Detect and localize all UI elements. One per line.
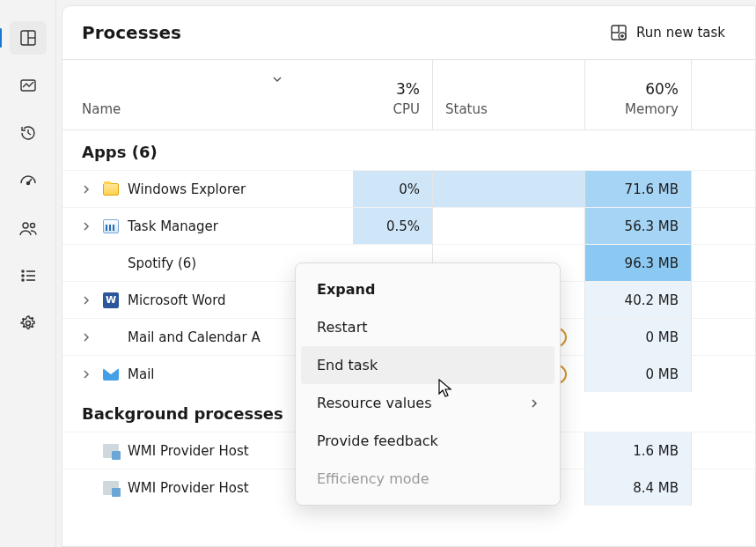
startup-icon — [18, 172, 38, 189]
table-header: Name 3% CPU Status 60% Memory — [62, 60, 755, 130]
svg-point-6 — [23, 223, 28, 228]
process-name: WMI Provider Host — [128, 480, 249, 496]
memory-cell: 71.6 MB — [585, 170, 691, 207]
memory-label: Memory — [625, 101, 679, 117]
run-task-icon — [610, 24, 628, 41]
run-new-task-button[interactable]: Run new task — [599, 18, 736, 47]
column-name-label: Name — [82, 101, 341, 117]
menu-item-efficiency-mode: Efficiency mode — [301, 460, 554, 498]
svg-point-8 — [22, 270, 24, 272]
cpu-cell: 0.5% — [353, 207, 432, 244]
sidebar-item-processes[interactable] — [10, 21, 47, 55]
process-name: WMI Provider Host — [128, 443, 249, 459]
details-icon — [19, 267, 37, 285]
memory-cell: 56.3 MB — [585, 207, 691, 244]
sidebar — [0, 0, 56, 547]
blank-icon — [103, 329, 119, 345]
sidebar-item-startup[interactable] — [10, 164, 47, 197]
process-name: Mail — [128, 366, 154, 382]
column-header-name[interactable]: Name — [62, 60, 353, 129]
folder-icon — [103, 181, 119, 197]
expand-toggle[interactable] — [82, 333, 94, 342]
run-new-task-label: Run new task — [636, 25, 725, 41]
sidebar-item-history[interactable] — [10, 116, 47, 150]
expand-toggle[interactable] — [82, 370, 94, 379]
status-cell — [433, 170, 584, 207]
blank-icon — [103, 255, 119, 271]
cpu-usage-pct: 3% — [396, 80, 420, 98]
memory-cell: 40.2 MB — [585, 281, 691, 318]
svg-point-7 — [30, 224, 34, 228]
mail-icon — [103, 366, 119, 382]
memory-cell: 0 MB — [585, 355, 691, 392]
status-cell — [433, 207, 584, 244]
sidebar-item-users[interactable] — [10, 211, 47, 245]
cpu-cell: 0% — [353, 170, 432, 207]
service-icon — [103, 480, 119, 496]
word-icon: W — [103, 292, 119, 308]
expand-toggle[interactable] — [82, 296, 94, 305]
column-header-status[interactable]: Status — [433, 60, 584, 129]
svg-point-12 — [22, 279, 24, 281]
process-name: Windows Explorer — [128, 181, 246, 197]
process-row[interactable]: Task Manager 0.5% 56.3 MB — [62, 207, 755, 244]
process-name: Task Manager — [128, 218, 218, 234]
column-header-cpu[interactable]: 3% CPU — [353, 60, 432, 129]
process-name: Mail and Calendar A — [128, 329, 261, 345]
status-label: Status — [445, 101, 572, 117]
users-icon — [18, 219, 38, 237]
cpu-label: CPU — [393, 101, 421, 117]
memory-usage-pct: 60% — [645, 80, 679, 98]
services-icon — [19, 314, 37, 332]
menu-item-provide-feedback[interactable]: Provide feedback — [301, 422, 554, 460]
context-menu: Expand Restart End task Resource values … — [295, 262, 561, 506]
process-row[interactable]: Windows Explorer 0% 71.6 MB — [62, 170, 755, 207]
expand-toggle[interactable] — [82, 222, 94, 231]
process-name: Microsoft Word — [128, 292, 226, 308]
titlebar: Processes Run new task — [62, 6, 755, 60]
task-manager-icon — [103, 218, 119, 234]
memory-cell: 96.3 MB — [585, 244, 691, 281]
history-icon — [19, 124, 37, 142]
process-name: Spotify (6) — [128, 255, 196, 271]
memory-cell: 8.4 MB — [585, 469, 691, 506]
sidebar-item-services[interactable] — [10, 307, 47, 340]
menu-item-resource-values[interactable]: Resource values — [301, 384, 554, 422]
svg-point-5 — [26, 182, 29, 185]
group-apps-header: Apps (6) — [62, 130, 755, 170]
svg-point-10 — [22, 275, 24, 277]
page-title: Processes — [82, 22, 181, 43]
memory-cell: 0 MB — [585, 318, 691, 355]
service-icon — [103, 443, 119, 459]
memory-cell: 1.6 MB — [585, 432, 691, 469]
processes-icon — [19, 29, 37, 47]
menu-item-restart[interactable]: Restart — [301, 308, 554, 346]
sidebar-item-details[interactable] — [10, 259, 47, 292]
chevron-right-icon — [530, 395, 539, 411]
svg-point-14 — [26, 322, 30, 326]
menu-item-expand[interactable]: Expand — [301, 270, 554, 308]
sidebar-item-performance[interactable] — [10, 69, 47, 102]
expand-toggle[interactable] — [82, 185, 94, 194]
sort-indicator-icon — [272, 72, 283, 88]
menu-item-end-task[interactable]: End task — [301, 346, 554, 384]
column-header-extra[interactable] — [692, 60, 755, 129]
performance-icon — [19, 77, 37, 94]
column-header-memory[interactable]: 60% Memory — [585, 60, 691, 129]
